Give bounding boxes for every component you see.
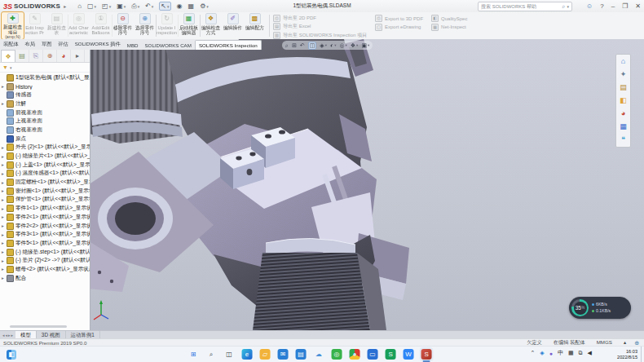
taskbar-weather[interactable]: ☁ [314,349,324,360]
section-view-icon[interactable]: ◫ [308,42,317,50]
previous-view-icon[interactable]: ↶ [300,42,305,49]
taskbar-app-green[interactable]: ◎ [332,349,342,360]
tab-overflow[interactable]: ▸ [71,50,85,62]
tree-item[interactable]: ▸ (-) 绝缘垫.step<1> (默认<<默认> [0,248,90,257]
login-icon[interactable]: ☺ [586,2,593,10]
ribbon-button[interactable]: ▦ 启动模板编辑器 [178,12,200,39]
help-button[interactable]: ? [600,2,603,10]
ribbon-button[interactable]: ① Add/Edit Balloons [90,12,112,39]
tree-item[interactable]: ▸ 外壳 (2)<1> (默认<<默认>_显示状 [0,143,90,152]
tab-scroll-arrow[interactable]: ▸ [8,333,11,338]
command-tab[interactable]: 草图 [38,39,55,50]
command-tab[interactable]: 装配体 [0,39,22,50]
search-caret-icon[interactable]: ▾ [567,4,569,9]
tray-ime-chinese[interactable]: 中 [558,349,563,357]
taskbar-app-s[interactable]: S [386,349,396,360]
export-command[interactable]: ▤ 导出至 Excel [273,23,367,30]
command-tab[interactable]: SOLIDWORKS 插件 [72,39,124,50]
export-command[interactable]: ▦ Net-Inspect [431,24,467,32]
ribbon-button[interactable]: ✎ Edit Inspection Project [24,12,46,39]
configurationmanager-tab[interactable]: ⎘ [29,50,43,62]
assembly-model-section-view[interactable] [90,39,644,330]
home-icon[interactable]: ⌂ [77,2,82,10]
taskbar-start[interactable]: ⊞ [188,349,199,360]
tree-item[interactable]: ▸ 原点 [0,135,90,143]
restore-button[interactable]: ❐ [622,2,628,10]
panel-splitter-handle[interactable] [10,325,67,328]
widgets-icon[interactable]: ◧ [7,350,16,360]
file-explorer-icon[interactable]: ◧ [618,95,629,106]
performance-hud[interactable]: 35 % 6KB/s 0.1KB/s [569,297,631,319]
taskbar-mail[interactable]: ✉ [278,349,289,360]
options-icon[interactable]: ⚙ [200,2,209,10]
solidworks-resources-icon[interactable]: ✦ [618,69,629,80]
command-tab[interactable]: 布局 [22,39,38,50]
graphics-area[interactable]: ⌕⊞↶◫◈◐◎❖▣ ⌂✦▤◧◕▦❝ 35 % 6KB/s 0.1KB [0,39,644,330]
ribbon-button[interactable]: ▩ 编辑配方 [244,12,266,39]
tree-item[interactable]: ▸ 零件2<1> (默认<<默认>_显示状态 [0,213,90,222]
minimize-button[interactable]: – [611,2,615,10]
tree-item[interactable]: ▸ 注解 [0,99,90,108]
tray-chevron-icon[interactable]: ⌃ [530,350,535,356]
ribbon-button[interactable]: ◎ Add Characteristic [68,12,90,39]
tray-touch-keyboard-icon[interactable]: ▦ [568,350,574,356]
filter-caret-icon[interactable]: ▾ [10,65,12,70]
taskbar-clock[interactable]: 16:03 2022/8/15 [617,349,637,360]
tree-item[interactable]: ▸ 固定螺栓<1> (默认<<默认>_显示 [0,178,90,187]
export-command[interactable]: ⎙ Export to 3D PDF [375,15,423,23]
appearances-scenes-icon[interactable]: ◕ [618,108,629,119]
filter-funnel-icon[interactable]: ▼ [2,64,8,70]
select-icon[interactable]: ↖ [159,2,170,11]
tree-root-item[interactable]: ▸ 1型铠装热电偶 (默认<默认_显示状态-1> [0,73,90,82]
tree-item[interactable]: ▸ 上视基准面 [0,117,90,126]
tab-scroll-arrow[interactable]: ▸ [11,333,14,338]
tree-item[interactable]: ▸ 密封圈<1> (默认<<默认>_显示状 [0,187,90,196]
export-command[interactable]: ▥ 导出至 SOLIDWORKS Inspection 项目 [273,32,367,39]
taskbar-edge[interactable]: e [242,349,253,360]
export-command[interactable]: ▢ Export eDrawing [375,24,423,32]
featuremanager-tab[interactable]: ❖ [1,50,15,62]
tree-filter[interactable]: ▼ ▾ [0,63,90,73]
show-desktop-button[interactable] [641,347,644,362]
tray-volume-icon[interactable]: ◀ [588,350,592,356]
tree-item[interactable]: ▸ (-) 温度传感器<1> (默认<<默认>_ [0,170,90,179]
tree-item[interactable]: ▸ (-) 垫片 (2)<2> ->? (默认<<默认> [0,256,90,265]
tree-item[interactable]: ▸ (-) 上盖<1> (默认<<默认>_显示状 [0,161,90,170]
tree-item[interactable]: ▸ (-) 绝缘垫片<1> (默认<<默认>_显 [0,152,90,161]
tree-item[interactable]: ▸ 螺母<2> (默认<<默认>_显示状态 [0,265,90,274]
taskbar-solidworks[interactable]: S [421,349,432,360]
tab-scroll-arrow[interactable]: ◂ [2,333,5,338]
search-icon[interactable]: ⌕ [562,3,566,10]
save-icon[interactable]: ▣ [117,2,126,10]
tree-item[interactable]: ▸ 前视基准面 [0,108,90,117]
taskbar-app-w[interactable]: W [404,349,414,360]
command-tab[interactable]: MBD [124,41,142,50]
export-command[interactable]: ⎙ 导出至 2D PDF [273,15,367,22]
ribbon-button[interactable]: ✐ 编辑操作 [222,12,244,39]
tree-item[interactable]: ▸ 右视基准面 [0,126,90,135]
taskbar-file-explorer[interactable]: ▱ [260,349,271,360]
tray-security-icon[interactable]: ◈ [540,350,544,356]
home-tab-icon[interactable]: ⌂ [618,56,629,67]
ribbon-button[interactable]: ✚ 新建检查项目 (amp;N) [2,12,24,39]
tree-item[interactable]: ▸ 配合 [0,274,90,283]
apply-scene-icon[interactable]: ▣ [361,42,369,49]
command-tab[interactable]: SOLIDWORKS Inspection [195,40,262,50]
ribbon-button[interactable]: ▤ 新建检查表 [46,12,68,39]
custom-properties-icon[interactable]: ▦ [618,121,629,132]
edit-appearance-icon[interactable]: ❖ [351,42,359,49]
ribbon-button[interactable]: ↻ Update Inspection Project [156,12,178,39]
taskbar-search[interactable]: ⌕ [206,349,217,360]
tree-item[interactable]: ▸ 零件3<1> (默认<<默认>_显示状态 [0,230,90,239]
print-icon[interactable]: ⎙ [131,2,139,11]
tree-item[interactable]: ▸ 保护管<1> (默认<<默认>_显示状 [0,196,90,205]
taskbar-app-monitor[interactable]: ▭ [368,349,378,360]
tree-item[interactable]: ▸ 零件1<1> (默认<<默认>_显示状态 [0,204,90,213]
display-settings-icon[interactable]: ▦ [188,2,195,10]
taskbar-store[interactable]: ▤ [296,349,307,360]
taskbar-task-view[interactable]: ◫ [224,349,235,360]
ribbon-button[interactable]: ⊖ 移除零件序号 [112,12,134,39]
command-tab[interactable]: SOLIDWORKS CAM [141,41,194,50]
forum-icon[interactable]: ❝ [618,135,629,145]
tray-app-icon[interactable]: ● [549,351,553,356]
